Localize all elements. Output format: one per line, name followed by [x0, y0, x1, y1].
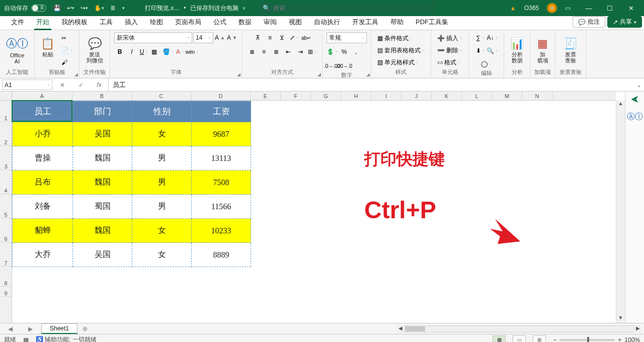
comments-button[interactable]: 💬 批注	[573, 16, 605, 28]
table-cell[interactable]: 11566	[192, 195, 251, 219]
align-left-icon[interactable]: ≣	[247, 46, 258, 57]
table-cell[interactable]: 男	[132, 146, 192, 170]
decrease-font-icon[interactable]: A▼	[226, 32, 237, 43]
print-preview-icon[interactable]: 🗎	[110, 5, 116, 12]
orientation-icon[interactable]: ⤢▾	[289, 32, 300, 43]
enter-formula-icon[interactable]: ✓	[78, 81, 84, 89]
font-size-select[interactable]: 14▾	[193, 32, 213, 43]
office-ai-button[interactable]: ⒶⒾ OfficeAI	[4, 35, 30, 65]
clear-icon[interactable]: ◯▾	[481, 58, 492, 69]
redo-icon[interactable]: ↪▾	[80, 5, 88, 12]
name-box[interactable]: A1▾	[2, 79, 52, 90]
normal-view-button[interactable]: ▦	[493, 335, 506, 343]
merge-button[interactable]: ⊞▾	[307, 46, 318, 57]
zoom-out-icon[interactable]: −	[553, 336, 556, 343]
scroll-thumb[interactable]	[405, 326, 425, 331]
table-cell[interactable]: 魏国	[73, 219, 132, 243]
align-middle-icon[interactable]: ≡	[265, 32, 276, 43]
align-right-icon[interactable]: ≣	[271, 46, 282, 57]
column-header[interactable]: H	[341, 92, 371, 100]
column-header[interactable]: A	[12, 92, 72, 100]
table-cell[interactable]: 女	[132, 122, 192, 146]
italic-button[interactable]: I	[126, 46, 137, 57]
tab-automate[interactable]: 自动执行	[308, 15, 346, 30]
column-header[interactable]: L	[462, 92, 492, 100]
sheet-nav[interactable]: ◀▶	[0, 325, 40, 332]
zoom-level[interactable]: 100%	[624, 336, 640, 343]
formula-input[interactable]: 员工	[109, 80, 634, 90]
align-bottom-icon[interactable]: ⊻	[277, 32, 288, 43]
accessibility-status[interactable]: ♿ 辅助功能: 一切就绪	[36, 335, 97, 342]
zoom-in-icon[interactable]: +	[618, 336, 621, 343]
close-button[interactable]: ✕	[621, 0, 641, 16]
column-header[interactable]: B	[72, 92, 132, 100]
font-name-select[interactable]: 新宋体▾	[114, 32, 192, 43]
column-header[interactable]: D	[191, 92, 251, 100]
fx-icon[interactable]: fx	[97, 81, 101, 89]
dialog-launcher-icon[interactable]: ◢	[237, 72, 240, 77]
table-header-cell[interactable]: 员工	[13, 101, 73, 122]
autosave-toggle[interactable]: 自动保存 关	[4, 4, 46, 13]
delete-cells-button[interactable]: ➖删除▾	[435, 45, 464, 56]
increase-indent-icon[interactable]: ⇥	[295, 46, 306, 57]
table-cell[interactable]: 魏国	[73, 170, 132, 195]
align-top-icon[interactable]: ⊼	[253, 32, 264, 43]
row-header[interactable]: 4	[0, 170, 12, 194]
table-cell[interactable]: 13113	[192, 146, 251, 170]
table-cell[interactable]: 刘备	[13, 195, 73, 219]
table-cell[interactable]: 蜀国	[73, 195, 132, 219]
find-select-icon[interactable]: 🔍▾	[487, 45, 498, 56]
table-cell[interactable]: 吕布	[13, 170, 73, 195]
document-title[interactable]: 打印预览.x… • 已保存到这台电脑 ∨	[145, 4, 246, 13]
select-all-button[interactable]	[0, 92, 12, 101]
dialog-launcher-icon[interactable]: ◢	[317, 72, 321, 77]
scroll-left-icon[interactable]: ◀	[397, 325, 404, 332]
row-header[interactable]: 7	[0, 242, 12, 267]
fill-icon[interactable]: ⬇▾	[475, 45, 486, 56]
maximize-button[interactable]: ☐	[600, 0, 620, 16]
table-header-cell[interactable]: 工资	[192, 101, 251, 122]
row-header[interactable]: 2	[0, 122, 12, 146]
percent-icon[interactable]: %	[339, 46, 350, 57]
table-cell[interactable]: 貂蝉	[13, 219, 73, 243]
table-cell[interactable]: 男	[132, 170, 192, 195]
touch-mode-icon[interactable]: ✋▾	[94, 5, 104, 12]
column-header[interactable]: E	[251, 92, 281, 100]
invoice-verify-button[interactable]: 🧾 发票查验	[562, 36, 580, 64]
row-header[interactable]: 5	[0, 194, 12, 218]
tab-developer[interactable]: 开发工具	[346, 15, 384, 30]
addins-button[interactable]: ▦ 加载项	[535, 36, 550, 64]
collapse-rail-icon[interactable]: ⮜	[631, 96, 639, 105]
tab-pagelayout[interactable]: 页面布局	[169, 15, 207, 30]
align-center-icon[interactable]: ≡	[259, 46, 270, 57]
wrap-text-button[interactable]: ab↵	[301, 32, 312, 43]
avatar[interactable]: O	[547, 3, 557, 13]
table-cell[interactable]: 吴国	[73, 243, 132, 267]
analyze-data-button[interactable]: 📊 分析数据	[508, 36, 526, 64]
table-header-cell[interactable]: 性别	[132, 101, 192, 122]
sheet-tab[interactable]: Sheet1	[41, 323, 77, 334]
underline-button[interactable]: U▾	[138, 46, 149, 57]
tab-tools[interactable]: 工具	[94, 15, 119, 30]
phonetic-button[interactable]: wén▾	[187, 46, 198, 57]
conditional-format-button[interactable]: ▦条件格式▾	[375, 33, 427, 44]
column-header[interactable]: C	[132, 92, 191, 100]
table-cell[interactable]: 吴国	[73, 122, 132, 146]
column-header[interactable]: F	[281, 92, 311, 100]
column-header[interactable]: K	[432, 92, 462, 100]
font-color-button[interactable]: A▾	[175, 46, 186, 57]
column-headers[interactable]: ABCDEFGHIJKLMN	[12, 92, 616, 101]
fill-color-button[interactable]: 🪣▾	[163, 46, 174, 57]
chevron-down-icon[interactable]: ∨	[243, 6, 246, 11]
increase-font-icon[interactable]: A▲	[214, 32, 225, 43]
undo-icon[interactable]: ↩▾	[67, 5, 74, 12]
column-header[interactable]: G	[311, 92, 341, 100]
table-cell[interactable]: 10233	[192, 219, 251, 243]
tab-insert[interactable]: 插入	[119, 15, 144, 30]
dialog-launcher-icon[interactable]: ◢	[74, 72, 78, 77]
row-header[interactable]: 1	[0, 101, 12, 122]
table-cell[interactable]: 魏国	[73, 146, 132, 170]
table-cell[interactable]: 女	[132, 219, 192, 243]
paste-button[interactable]: 📋 粘贴 ▾	[39, 36, 56, 64]
copy-button[interactable]: 📄▾	[59, 45, 75, 56]
